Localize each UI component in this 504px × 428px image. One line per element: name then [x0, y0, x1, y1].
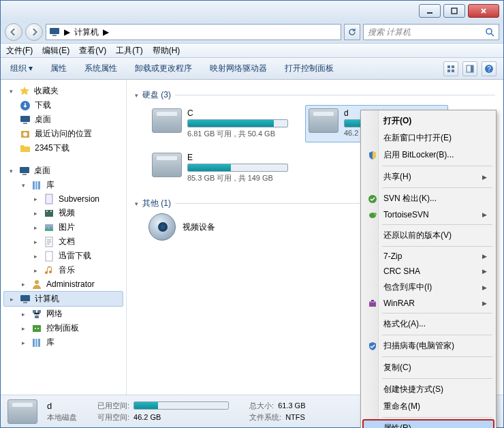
drive-c[interactable]: C 6.81 GB 可用 , 共 50.4 GB: [148, 105, 292, 142]
ctx-7zip[interactable]: 7-Zip▶: [363, 249, 494, 264]
ctx-tortoisesvn[interactable]: TortoiseSVN▶: [363, 207, 494, 222]
tree-music[interactable]: ▸音乐: [1, 263, 126, 277]
svg-rect-15: [23, 123, 27, 124]
ctx-scan[interactable]: 扫描病毒(电脑管家): [363, 337, 494, 354]
toolbar: 组织 ▾ 属性 系统属性 卸载或更改程序 映射网络驱动器 打开控制面板 ?: [1, 58, 503, 80]
ctx-shortcut[interactable]: 创建快捷方式(S): [363, 381, 494, 398]
tree-computer[interactable]: ▸计算机: [3, 291, 123, 307]
tree-network[interactable]: ▸网络: [1, 307, 126, 321]
label: 复制(C): [383, 362, 411, 373]
help-button[interactable]: ?: [482, 61, 497, 76]
size-value: 61.3 GB: [278, 401, 305, 410]
search-box[interactable]: 搜索 计算机: [363, 24, 499, 40]
drive-e[interactable]: E 85.3 GB 可用 , 共 149 GB: [148, 149, 292, 187]
ctx-winrar[interactable]: WinRAR▶: [363, 296, 494, 311]
svg-rect-3: [52, 35, 57, 36]
sysprops-button[interactable]: 系统属性: [82, 61, 120, 76]
tree-desktop[interactable]: 桌面: [1, 112, 126, 127]
organize-button[interactable]: 组织 ▾: [7, 61, 35, 76]
ctx-open[interactable]: 打开(O): [363, 112, 494, 129]
tree-control[interactable]: ▸控制面板: [1, 321, 126, 335]
svg-rect-8: [452, 70, 454, 72]
svg-rect-31: [20, 295, 30, 301]
ctx-properties[interactable]: 属性(R): [363, 420, 494, 428]
svg-rect-24: [45, 210, 53, 217]
tree-2345[interactable]: 2345下载: [1, 141, 126, 155]
label: CRC SHA: [383, 266, 420, 276]
refresh-button[interactable]: [344, 24, 360, 40]
menu-help[interactable]: 帮助(H): [153, 45, 180, 57]
address-bar[interactable]: ▶ 计算机 ▶: [46, 24, 341, 40]
ctx-share[interactable]: 共享(H)▶: [363, 168, 494, 185]
preview-pane-button[interactable]: [462, 61, 477, 76]
label: 收藏夹: [34, 85, 59, 97]
context-menu: 打开(O) 在新窗口中打开(E) 启用 BitLocker(B)... 共享(H…: [360, 110, 497, 428]
svg-point-26: [50, 211, 52, 212]
ctx-rename[interactable]: 重命名(M): [363, 398, 494, 415]
tortoise-icon: [367, 209, 378, 220]
tree-desktop-root[interactable]: ▾桌面: [1, 164, 126, 178]
label: 在新窗口中打开(E): [383, 132, 452, 144]
mapdrive-button[interactable]: 映射网络驱动器: [207, 61, 270, 76]
explorer-window: ▶ 计算机 ▶ 搜索 计算机 文件(F) 编辑(E) 查看(V) 工具(T) 帮…: [0, 0, 504, 428]
winrar-icon: [367, 298, 378, 309]
label: WinRAR: [383, 299, 415, 308]
ctx-bitlocker[interactable]: 启用 BitLocker(B)...: [363, 147, 494, 164]
group-disks[interactable]: ▾硬盘 (3): [135, 89, 495, 101]
ctx-format[interactable]: 格式化(A)...: [363, 316, 494, 333]
fs-value: NTFS: [285, 413, 305, 421]
label: 桌面: [35, 114, 51, 125]
ctx-copy[interactable]: 复制(C): [363, 359, 494, 376]
ctx-restore[interactable]: 还原以前的版本(V): [363, 227, 494, 244]
properties-button[interactable]: 属性: [48, 61, 69, 76]
user-icon: [31, 279, 42, 290]
ctx-sep: [382, 166, 492, 166]
address-sep2: ▶: [103, 27, 109, 37]
ctrlpanel-button[interactable]: 打开控制面板: [282, 61, 336, 76]
close-button[interactable]: [468, 4, 499, 18]
menu-file[interactable]: 文件(F): [6, 45, 33, 57]
back-button[interactable]: [5, 23, 22, 41]
ctx-include-library[interactable]: 包含到库中(I)▶: [363, 279, 494, 296]
view-mode-button[interactable]: [443, 61, 458, 76]
tree-favorites[interactable]: ▾收藏夹: [1, 84, 126, 98]
svg-rect-22: [38, 181, 40, 189]
svg-point-4: [486, 29, 492, 34]
ctx-crcsha[interactable]: CRC SHA▶: [363, 264, 494, 279]
forward-button[interactable]: [25, 23, 43, 41]
ctx-svn-checkout[interactable]: SVN 检出(K)...: [363, 190, 494, 207]
tree-subversion[interactable]: ▸Subversion: [1, 192, 126, 206]
ctx-newwindow[interactable]: 在新窗口中打开(E): [363, 129, 494, 147]
tree-pictures[interactable]: ▸图片: [1, 220, 126, 234]
tree-recent[interactable]: 最近访问的位置: [1, 127, 126, 141]
uninstall-button[interactable]: 卸载或更改程序: [132, 61, 195, 76]
menu-tools[interactable]: 工具(T): [116, 45, 142, 57]
label: 重命名(M): [383, 401, 420, 412]
titlebar: [1, 1, 503, 21]
tree-admin[interactable]: ▸Administrator: [1, 277, 126, 291]
tree-videos[interactable]: ▸视频: [1, 206, 126, 220]
svg-rect-1: [452, 8, 457, 14]
menu-view[interactable]: 查看(V): [79, 45, 106, 57]
svg-rect-39: [33, 339, 35, 347]
drive-free: 6.81 GB 可用 , 共 50.4 GB: [187, 129, 288, 139]
svg-rect-46: [369, 301, 376, 303]
svg-rect-35: [35, 316, 39, 318]
tree-xunlei[interactable]: ▸迅雷下载: [1, 249, 126, 263]
tree-libraries[interactable]: ▾库: [1, 178, 126, 192]
fs-label: 文件系统:: [249, 412, 281, 423]
picture-icon: [44, 222, 54, 233]
tree-lib-again[interactable]: ▸库: [1, 335, 126, 350]
minimize-button[interactable]: [419, 4, 441, 18]
menu-edit[interactable]: 编辑(E): [42, 45, 69, 57]
tree-downloads[interactable]: 下载: [1, 98, 126, 112]
sidebar: ▾收藏夹 下载 桌面 最近访问的位置 2345下载 ▾桌面 ▾库 ▸Subver…: [1, 80, 127, 395]
doc-icon: [44, 194, 54, 204]
tree-docs[interactable]: ▸文档: [1, 234, 126, 249]
svg-rect-6: [452, 65, 454, 68]
svn-icon: [367, 194, 378, 204]
maximize-button[interactable]: [443, 4, 465, 18]
ctx-sep: [382, 313, 492, 314]
svg-rect-7: [447, 70, 450, 72]
label: 属性(R): [383, 423, 411, 428]
